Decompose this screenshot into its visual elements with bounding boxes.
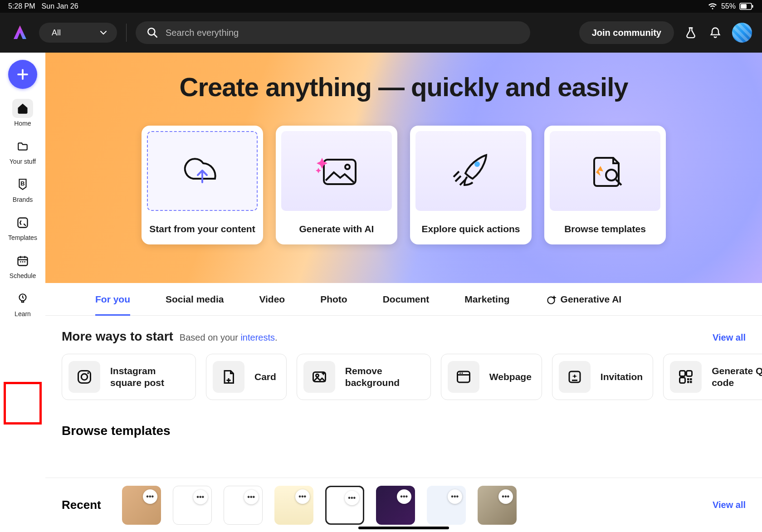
- sidebar-item-templates[interactable]: Templates: [5, 213, 40, 241]
- sidebar-item-label: Templates: [8, 234, 37, 241]
- sidebar: Home Your stuff B Brands Templates Sched…: [0, 53, 45, 532]
- templates-icon: [16, 216, 29, 229]
- sidebar-item-home[interactable]: Home: [5, 99, 40, 127]
- svg-line-20: [454, 171, 459, 177]
- battery-percent: 55%: [721, 2, 736, 10]
- quick-action-instagram-post[interactable]: Instagram square post: [62, 354, 196, 400]
- upload-cloud-icon: [147, 131, 258, 211]
- tab-video[interactable]: Video: [259, 283, 285, 315]
- svg-point-27: [87, 372, 89, 374]
- hero: Create anything — quickly and easily Sta…: [45, 53, 762, 283]
- recent-item[interactable]: •••: [376, 486, 415, 525]
- recent-item[interactable]: •••: [122, 486, 161, 525]
- tab-marketing[interactable]: Marketing: [464, 283, 509, 315]
- more-options-icon[interactable]: •••: [193, 490, 208, 504]
- more-options-icon[interactable]: •••: [244, 490, 259, 504]
- more-options-icon[interactable]: •••: [498, 489, 513, 504]
- svg-rect-42: [690, 381, 692, 383]
- tab-for-you[interactable]: For you: [95, 283, 130, 315]
- qr-code-icon: [670, 361, 702, 393]
- sidebar-item-label: Home: [14, 120, 31, 127]
- view-all-link[interactable]: View all: [713, 332, 746, 343]
- hero-card-label: Generate with AI: [276, 216, 397, 244]
- tab-document[interactable]: Document: [383, 283, 430, 315]
- hero-card-label: Start from your content: [142, 216, 263, 244]
- sidebar-item-schedule[interactable]: Schedule: [5, 251, 40, 279]
- browse-templates-heading: Browse templates: [45, 400, 762, 438]
- quick-action-webpage[interactable]: Webpage: [441, 354, 542, 400]
- svg-line-4: [154, 34, 157, 37]
- calendar-icon: [16, 254, 29, 267]
- home-icon: [16, 102, 29, 115]
- svg-rect-36: [680, 371, 685, 376]
- recent-item[interactable]: •••: [224, 486, 263, 525]
- svg-point-32: [459, 372, 461, 374]
- hero-headline: Create anything — quickly and easily: [45, 72, 762, 102]
- flask-icon[interactable]: [683, 25, 698, 40]
- tab-generative-ai[interactable]: Generative AI: [545, 283, 622, 315]
- remove-bg-icon: [303, 361, 335, 393]
- svg-rect-7: [18, 218, 28, 228]
- hero-card-label: Explore quick actions: [410, 216, 532, 244]
- svg-point-12: [20, 261, 21, 263]
- hero-card-browse-templates[interactable]: Browse templates: [544, 126, 666, 244]
- quick-action-card[interactable]: Card: [206, 354, 287, 400]
- quick-action-remove-background[interactable]: Remove background: [297, 354, 431, 400]
- recent-item[interactable]: •••: [478, 486, 517, 525]
- app-logo-icon[interactable]: [10, 23, 30, 43]
- category-tabs: For you Social media Video Photo Documen…: [45, 283, 762, 316]
- svg-rect-40: [690, 378, 692, 381]
- join-community-button[interactable]: Join community: [579, 21, 674, 44]
- tab-social-media[interactable]: Social media: [166, 283, 224, 315]
- quick-action-invitation[interactable]: Invitation: [552, 354, 653, 400]
- brands-icon: B: [17, 178, 29, 191]
- recent-item[interactable]: •••: [173, 486, 212, 525]
- recent-item[interactable]: •••: [325, 486, 364, 525]
- quick-action-qr-code[interactable]: Generate QR code: [663, 354, 762, 400]
- svg-rect-38: [680, 378, 685, 383]
- sparkle-icon: [545, 293, 557, 305]
- divider: [126, 24, 127, 42]
- search-filter-label: All: [52, 28, 61, 38]
- folder-icon: [16, 141, 29, 152]
- tab-photo[interactable]: Photo: [320, 283, 347, 315]
- hero-card-generate-ai[interactable]: Generate with AI: [276, 126, 397, 244]
- generate-ai-icon: [281, 131, 392, 211]
- wifi-icon: [708, 3, 718, 10]
- interests-link[interactable]: interests: [240, 332, 275, 342]
- recent-view-all-link[interactable]: View all: [713, 500, 746, 510]
- bell-icon[interactable]: [708, 25, 723, 40]
- more-options-icon[interactable]: •••: [448, 489, 462, 504]
- sidebar-item-label: Schedule: [10, 272, 36, 279]
- more-ways-section: More ways to start Based on your interes…: [45, 316, 762, 400]
- hero-card-quick-actions[interactable]: Explore quick actions: [410, 126, 532, 244]
- rocket-icon: [415, 131, 526, 211]
- search-filter-dropdown[interactable]: All: [39, 23, 117, 43]
- recent-item[interactable]: •••: [427, 486, 466, 525]
- lightbulb-icon: [17, 292, 29, 306]
- recent-title: Recent: [62, 498, 101, 512]
- create-new-button[interactable]: [8, 60, 37, 89]
- more-options-icon[interactable]: •••: [345, 491, 359, 505]
- sidebar-item-your-stuff[interactable]: Your stuff: [5, 137, 40, 165]
- status-date: Sun Jan 26: [42, 2, 78, 10]
- search-bar[interactable]: [136, 21, 530, 44]
- card-icon: [213, 361, 244, 393]
- invitation-icon: [559, 361, 591, 393]
- chevron-down-icon: [100, 30, 107, 35]
- user-avatar[interactable]: [732, 23, 752, 43]
- recent-item[interactable]: •••: [274, 486, 313, 525]
- more-options-icon[interactable]: •••: [397, 489, 411, 504]
- search-icon: [147, 27, 158, 39]
- section-subtitle: Based on your interests.: [180, 332, 278, 343]
- sidebar-item-brands[interactable]: B Brands: [5, 175, 40, 203]
- svg-point-22: [606, 170, 617, 181]
- more-options-icon[interactable]: •••: [295, 489, 310, 504]
- hero-card-start-from-content[interactable]: Start from your content: [142, 126, 263, 244]
- sidebar-item-learn[interactable]: Learn: [5, 289, 40, 317]
- more-options-icon[interactable]: •••: [143, 489, 157, 504]
- svg-rect-30: [457, 371, 469, 382]
- search-input[interactable]: [166, 28, 519, 38]
- svg-rect-2: [752, 5, 753, 8]
- webpage-icon: [448, 361, 479, 393]
